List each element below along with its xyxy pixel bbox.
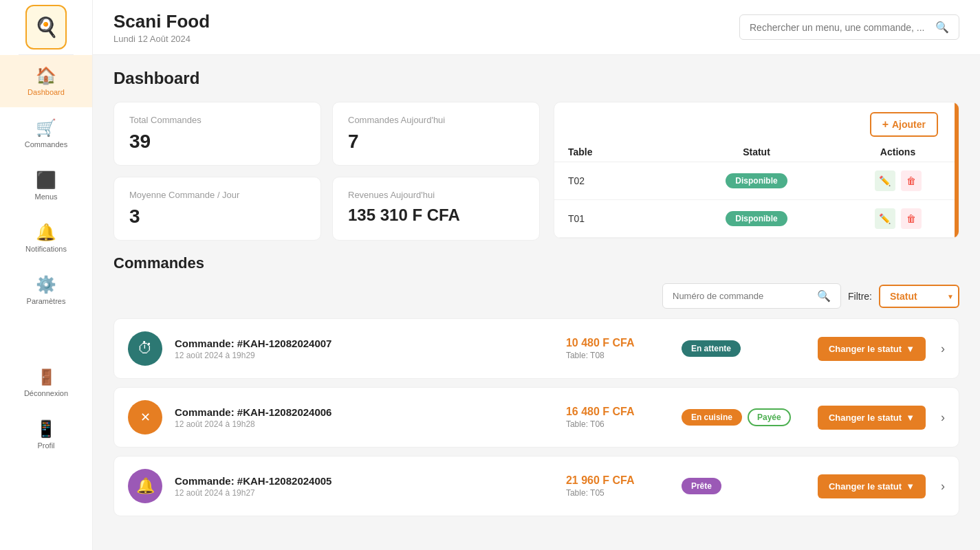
cmd-price-table: 16 480 F CFA Table: T06 (566, 406, 669, 429)
dropdown-icon: ▼ (906, 344, 915, 354)
stat-moyenne-label: Moyenne Commande / Jour (129, 190, 305, 200)
sidebar-item-commandes[interactable]: 🛒 Commandes (0, 107, 92, 160)
cmd-info-2: Commande: #KAH-12082024006 12 août 2024 … (175, 406, 554, 429)
edit-table-button[interactable]: ✏️ (875, 170, 895, 191)
stat-revenues-value: 135 310 F CFA (348, 206, 524, 225)
filtre-label: Filtre: (848, 291, 872, 302)
sidebar-item-menus[interactable]: ⬛ Menus (0, 160, 92, 212)
status-badge-en-attente: En attente (682, 340, 741, 357)
sidebar-item-label: Paramètres (27, 297, 66, 305)
table-row: T02 Disponible ✏️ 🗑 (554, 162, 959, 200)
sidebar: 🍳 🏠 Dashboard 🛒 Commandes ⬛ Menus 🔔 Noti… (0, 0, 93, 550)
commandes-search-icon: 🔍 (817, 289, 831, 302)
stats-row: Total Commandes 39 Commandes Aujourd'hui… (113, 102, 959, 241)
delete-table-button[interactable]: 🗑 (901, 208, 922, 229)
profil-icon: 📱 (36, 419, 56, 439)
table-actions: ✏️ 🗑 (851, 170, 945, 191)
status-badge-prete: Prête (682, 478, 721, 494)
app-logo: 🍳 (19, 0, 74, 55)
cmd-icon-1: ⏱ (128, 331, 162, 366)
add-button-label: Ajouter (892, 119, 926, 130)
expand-button[interactable]: › (941, 410, 945, 425)
tables-header: Table Statut Actions (554, 142, 959, 162)
filtre-select[interactable]: Statut En attente En cuisine Prête (879, 285, 959, 308)
commandes-search-box[interactable]: 🔍 (662, 283, 841, 309)
filtre-wrapper: Statut En attente En cuisine Prête (879, 285, 959, 308)
logo-icon: 🍳 (25, 5, 67, 50)
edit-table-button[interactable]: ✏️ (875, 208, 895, 229)
commandes-search-input[interactable] (673, 291, 817, 301)
dropdown-icon: ▼ (906, 412, 915, 423)
expand-button[interactable]: › (941, 479, 945, 494)
orange-bar (955, 102, 959, 238)
changer-statut-label: Changer le statut (829, 412, 902, 423)
commandes-title: Commandes (113, 254, 959, 272)
changer-statut-label: Changer le statut (829, 481, 902, 492)
menus-icon: ⬛ (36, 170, 56, 190)
col-statut: Statut (662, 146, 851, 157)
cmd-badges: En attente (682, 340, 805, 357)
dashboard-icon: 🏠 (36, 66, 56, 85)
cmd-price-table: 10 480 F CFA Table: T08 (566, 337, 669, 360)
expand-button[interactable]: › (941, 342, 945, 356)
dropdown-icon: ▼ (906, 481, 915, 492)
stat-card-commandes-aujourdhui: Commandes Aujourd'hui 7 (332, 102, 540, 166)
cmd-table: Table: T06 (566, 419, 669, 429)
cmd-price: 16 480 F CFA (566, 406, 669, 418)
sidebar-item-label: Menus (34, 192, 57, 201)
cmd-date: 12 août 2024 à 19h27 (175, 488, 554, 498)
stat-card-revenues: Revenues Aujourd'hui 135 310 F CFA (332, 177, 540, 241)
stat-moyenne-value: 3 (129, 206, 305, 228)
stat-commandes-aujourdhui-label: Commandes Aujourd'hui (348, 115, 524, 125)
header-title-area: Scani Food Lundi 12 Août 2024 (113, 11, 210, 44)
commandes-filter-row: 🔍 Filtre: Statut En attente En cuisine P… (113, 283, 959, 309)
stats-top-row: Total Commandes 39 Commandes Aujourd'hui… (113, 102, 540, 166)
sidebar-item-deconnexion[interactable]: 🚪 Déconnexion (0, 358, 92, 408)
tables-panel-header: + Ajouter (554, 102, 959, 142)
add-table-button[interactable]: + Ajouter (870, 112, 938, 137)
stat-total-commandes-value: 39 (129, 131, 305, 153)
sidebar-item-label: Commandes (25, 140, 67, 148)
stats-cards: Total Commandes 39 Commandes Aujourd'hui… (113, 102, 540, 241)
deconnexion-icon: 🚪 (37, 368, 56, 386)
changer-statut-button[interactable]: Changer le statut ▼ (818, 337, 926, 361)
cmd-info-3: Commande: #KAH-12082024005 12 août 2024 … (175, 475, 554, 498)
changer-statut-button[interactable]: Changer le statut ▼ (818, 474, 926, 498)
sidebar-item-profil[interactable]: 📱 Profil (0, 408, 92, 461)
commandes-icon: 🛒 (36, 118, 56, 138)
plus-icon: + (882, 118, 889, 131)
disponible-badge: Disponible (726, 211, 787, 226)
changer-statut-label: Changer le statut (829, 344, 902, 354)
content-area: Dashboard Total Commandes 39 Commandes A… (93, 55, 980, 550)
sidebar-item-notifications[interactable]: 🔔 Notifications (0, 212, 92, 264)
tables-panel: + Ajouter Table Statut Actions T02 Dispo… (554, 102, 959, 239)
header: Scani Food Lundi 12 Août 2024 🔍 (93, 0, 980, 55)
sidebar-item-label: Notifications (25, 245, 67, 253)
commande-card: 🔔 Commande: #KAH-12082024005 12 août 202… (113, 456, 959, 516)
changer-statut-button[interactable]: Changer le statut ▼ (818, 406, 926, 430)
search-input[interactable] (750, 22, 935, 33)
cmd-icon-3: 🔔 (128, 469, 162, 503)
status-badge-en-cuisine: En cuisine (682, 409, 742, 426)
notifications-icon: 🔔 (36, 223, 56, 242)
commandes-section: Commandes 🔍 Filtre: Statut En attente En… (113, 254, 959, 516)
cmd-date: 12 août 2024 à 19h28 (175, 419, 554, 429)
cmd-price-table: 21 960 F CFA Table: T05 (566, 474, 669, 498)
disponible-badge: Disponible (726, 173, 787, 188)
cmd-badges: Prête (682, 478, 805, 494)
sidebar-item-dashboard[interactable]: 🏠 Dashboard (0, 55, 92, 107)
delete-table-button[interactable]: 🗑 (901, 170, 922, 191)
sidebar-item-parametres[interactable]: ⚙️ Paramètres (0, 264, 92, 316)
status-badge-payee: Payée (748, 408, 791, 426)
stats-bottom-row: Moyenne Commande / Jour 3 Revenues Aujou… (113, 177, 540, 241)
table-row: T01 Disponible ✏️ 🗑 (554, 200, 959, 238)
table-id: T01 (568, 213, 662, 224)
main-area: Scani Food Lundi 12 Août 2024 🔍 Dashboar… (93, 0, 980, 550)
settings-icon: ⚙️ (36, 275, 56, 294)
cmd-table: Table: T05 (566, 488, 669, 498)
commande-card: ⏱ Commande: #KAH-12082024007 12 août 202… (113, 318, 959, 379)
cmd-badges: En cuisine Payée (682, 408, 805, 426)
search-box[interactable]: 🔍 (739, 14, 959, 40)
table-actions: ✏️ 🗑 (851, 208, 945, 229)
stat-card-total-commandes: Total Commandes 39 (113, 102, 321, 166)
